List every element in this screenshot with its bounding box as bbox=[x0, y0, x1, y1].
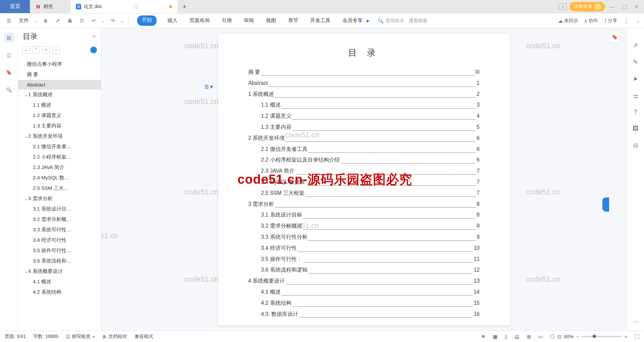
toc-row[interactable]: 4 系统概要设计13 bbox=[248, 276, 480, 287]
toc-row[interactable]: 1.1 概述3 bbox=[248, 100, 480, 111]
export-icon[interactable]: ↗ bbox=[53, 16, 62, 25]
preview-icon[interactable]: 🗋 bbox=[77, 16, 87, 25]
outline-item[interactable]: 1.1 概述 bbox=[18, 100, 101, 110]
outline-item[interactable]: 3.1 系统设计目… bbox=[18, 204, 101, 214]
toc-row[interactable]: 3.4 经济可行性10 bbox=[248, 243, 480, 254]
redo-icon[interactable]: ↷ bbox=[108, 16, 117, 25]
outline-item[interactable]: 2.4 MySQL 数… bbox=[18, 173, 101, 183]
toc-row[interactable]: 3.5 操作可行性：11 bbox=[248, 254, 480, 265]
tab-home[interactable]: 首页 bbox=[0, 0, 30, 13]
command-search[interactable]: 🔍 查找命令、搜索模板 bbox=[378, 18, 428, 24]
outline-item[interactable]: 2.1 微信开发者… bbox=[18, 141, 101, 152]
minimize-button[interactable]: — bbox=[608, 2, 617, 11]
outline-item[interactable]: 2.3 JAVA 简介 bbox=[18, 162, 101, 173]
toc-row[interactable]: 1.2 课题意义4 bbox=[248, 111, 480, 122]
hamburger-icon[interactable]: ☰ bbox=[4, 16, 13, 25]
outline-item[interactable]: 3.5 操作可行性… bbox=[18, 245, 101, 256]
zoom-out-icon[interactable]: − bbox=[576, 334, 579, 339]
toc-row[interactable]: 3.3 系统可行性分析9 bbox=[248, 232, 480, 243]
add-item-icon[interactable]: + bbox=[42, 46, 50, 54]
fullscreen-icon[interactable]: ⛶ bbox=[635, 334, 639, 339]
outline-item[interactable]: 摘 要 bbox=[18, 69, 101, 80]
collapse-ribbon-icon[interactable]: ⌄ bbox=[636, 18, 640, 23]
outline-close-icon[interactable]: ✕ bbox=[92, 34, 96, 39]
outline-item[interactable]: 微信点餐小程序 bbox=[18, 59, 101, 69]
menu-审阅[interactable]: 审阅 bbox=[243, 15, 255, 26]
tab-add-button[interactable]: + bbox=[178, 0, 191, 13]
toc-row[interactable]: 3 需求分析8 bbox=[248, 199, 480, 210]
outline-item[interactable]: 3.3 系统可行性… bbox=[18, 225, 101, 235]
toc-row[interactable]: 1 系统概述2 bbox=[248, 89, 480, 100]
toc-row[interactable]: 4.1 概述14 bbox=[248, 287, 480, 298]
cursor-icon[interactable]: ➤ bbox=[633, 75, 638, 82]
toc-row[interactable]: 2.5 SSM 三大框架7 bbox=[248, 188, 480, 199]
bookmark-toggle-icon[interactable]: 🔖 bbox=[608, 31, 621, 43]
view-outline-icon[interactable]: ⊞ bbox=[527, 334, 531, 339]
toc-row[interactable]: 4.3. 数据库设计16 bbox=[248, 309, 480, 320]
menu-开始[interactable]: 开始 bbox=[137, 15, 157, 26]
print-icon[interactable]: 🖶 bbox=[65, 16, 74, 25]
zoom-control[interactable]: 🖵 ⊡ 80% − + bbox=[550, 334, 627, 339]
toc-row[interactable]: 摘 要III bbox=[248, 67, 480, 78]
page-indicator[interactable]: 页面: 3/41 bbox=[5, 334, 26, 340]
outline-item[interactable]: 3.6 系统流程和… bbox=[18, 256, 101, 266]
more-icon[interactable]: ⋮ bbox=[623, 17, 630, 24]
eye-icon[interactable]: 👁 bbox=[481, 334, 486, 339]
document-scroll[interactable]: 🗎▾ 目 录 摘 要IIIAbstract11 系统概述21.1 概述31.2 … bbox=[101, 28, 627, 331]
maximize-button[interactable]: ▢ bbox=[620, 2, 629, 11]
remove-item-icon[interactable]: − bbox=[52, 46, 60, 54]
ribbon-bookmark-icon[interactable]: 🔖 bbox=[4, 68, 14, 77]
toc-row[interactable]: 3.6 系统流程和逻辑12 bbox=[248, 265, 480, 276]
toc-row[interactable]: 2.3 JAVA 简介7 bbox=[248, 166, 480, 177]
location-icon[interactable]: ◎ bbox=[633, 141, 638, 149]
settings-slider-icon[interactable]: ⚌ bbox=[633, 92, 638, 99]
tab-document[interactable]: W 论文.doc 🖵 bbox=[70, 0, 178, 13]
file-menu[interactable]: 文件 bbox=[16, 17, 32, 24]
menu-开发工具[interactable]: 开发工具 bbox=[309, 15, 332, 26]
outline-item[interactable]: 2.5 SSM 三大… bbox=[18, 183, 101, 193]
toc-row[interactable]: 1.3 主要内容5 bbox=[248, 122, 480, 133]
outline-item[interactable]: ⌄3 需求分析 bbox=[18, 193, 101, 204]
menu-视图[interactable]: 视图 bbox=[265, 15, 277, 26]
menu-会员专享[interactable]: 会员专享 bbox=[341, 15, 364, 26]
outline-item[interactable]: 1.2 课题意义 bbox=[18, 110, 101, 121]
menu-章节[interactable]: 章节 bbox=[287, 15, 300, 26]
share-button[interactable]: ⤴分享 bbox=[604, 18, 617, 24]
spellcheck-button[interactable]: ☑拼写检查▾ bbox=[66, 334, 95, 340]
menu-引用[interactable]: 引用 bbox=[220, 15, 233, 26]
panel-count-button[interactable]: 1 bbox=[559, 3, 567, 10]
toc-row[interactable]: 3.1 系统设计目标8 bbox=[248, 210, 480, 221]
toc-row[interactable]: 2 系统开发环境6 bbox=[248, 133, 480, 144]
close-button[interactable]: ✕ bbox=[632, 2, 641, 11]
outline-item[interactable]: 3.2 需求分析概… bbox=[18, 214, 101, 225]
bookmark-tab-icon[interactable]: ◫ bbox=[4, 50, 14, 60]
outline-item[interactable]: 4.2 系统结构 bbox=[18, 287, 101, 297]
view-focus-icon[interactable]: ▭ bbox=[538, 334, 543, 339]
login-button[interactable]: 访客登录 bbox=[570, 2, 605, 11]
menu-插入[interactable]: 插入 bbox=[166, 15, 179, 26]
outline-item[interactable]: 3.4 经济可行性 bbox=[18, 235, 101, 245]
menu-页面布局[interactable]: 页面布局 bbox=[188, 15, 211, 26]
toc-row[interactable]: Abstract1 bbox=[248, 78, 480, 89]
collab-button[interactable]: ⅄协作 bbox=[584, 18, 598, 24]
image-icon[interactable]: 🖼 bbox=[633, 125, 639, 132]
menu-overflow-icon[interactable]: ▶ bbox=[367, 18, 370, 23]
rocket-icon[interactable]: ⇗ bbox=[633, 42, 638, 49]
toc-row[interactable]: 2.2 小程序框架以及目录结构介绍6 bbox=[248, 155, 480, 166]
sync-status[interactable]: ☁未同步 bbox=[558, 18, 578, 24]
outline-item[interactable]: 4.1 概述 bbox=[18, 277, 101, 287]
word-count[interactable]: 字数: 10689 bbox=[33, 334, 58, 340]
help-icon[interactable]: ? bbox=[634, 109, 637, 116]
more-tools-icon[interactable]: ⋯ bbox=[633, 318, 639, 325]
search-tab-icon[interactable]: 🔍 bbox=[4, 85, 14, 95]
toc-row[interactable]: 2.4 MySQL 数据库7 bbox=[248, 177, 480, 188]
zoom-in-icon[interactable]: + bbox=[625, 334, 627, 339]
outline-item[interactable]: ⌄2 系统开发环境 bbox=[18, 131, 101, 141]
outline-item[interactable]: ⌄4 系统概要设计 bbox=[18, 266, 101, 277]
outline-item[interactable]: 1.3 主要内容 bbox=[18, 121, 101, 131]
outline-list[interactable]: 微信点餐小程序摘 要Abstract⌄1 系统概述1.1 概述1.2 课题意义1… bbox=[18, 57, 101, 331]
pen-icon[interactable]: ✎ bbox=[633, 58, 638, 66]
toc-row[interactable]: 3.2 需求分析概述9 bbox=[248, 221, 480, 232]
view-page-icon[interactable]: ▯ bbox=[505, 334, 507, 339]
view-web-icon[interactable]: ▦ bbox=[493, 334, 497, 339]
